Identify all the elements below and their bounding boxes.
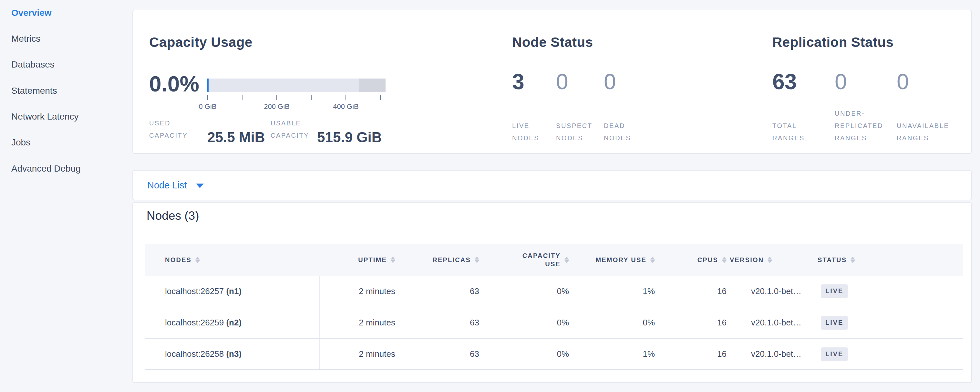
label-line: Usable [270, 117, 309, 129]
capacity-use-cell: 0% [482, 307, 572, 338]
capacity-bar-other-used-segment [359, 78, 385, 92]
under-replicated-ranges-label: Under- Replicated Ranges [835, 107, 883, 144]
node-list-dropdown[interactable]: Node List [147, 171, 204, 200]
label-line: Used [149, 117, 188, 129]
node-address-cell[interactable]: localhost:26258 (n3) [145, 338, 320, 370]
label-line: Dead [604, 120, 631, 132]
used-capacity-label: Used Capacity [149, 117, 188, 142]
table-row-node-1[interactable]: localhost:26257 (n1) 2 minutes 63 0% 1% … [145, 276, 963, 307]
sort-icon[interactable] [475, 256, 479, 264]
dead-nodes-count: 0 [604, 70, 616, 93]
column-header-label: Nodes [165, 256, 191, 264]
uptime-cell: 2 minutes [320, 338, 398, 370]
sidebar: Overview Metrics Databases Statements Ne… [0, 0, 132, 392]
live-nodes-label: Live Nodes [512, 120, 539, 144]
sidebar-item-statements[interactable]: Statements [11, 84, 57, 97]
column-header-nodes[interactable]: Nodes [145, 244, 320, 276]
capacity-used-percent: 0.0% [149, 71, 199, 96]
replicas-cell: 63 [398, 276, 482, 307]
cluster-overview-page: Overview Metrics Databases Statements Ne… [0, 0, 980, 392]
label-line: Nodes [604, 132, 631, 144]
sort-icon[interactable] [722, 256, 727, 264]
column-header-memory-use[interactable]: Memory Use [572, 244, 658, 276]
column-header-cpus[interactable]: CPUs [658, 244, 730, 276]
axis-tick [311, 95, 312, 100]
column-header-capacity-use[interactable]: Capacity Use [482, 244, 572, 276]
column-header-status[interactable]: Status [818, 244, 963, 276]
used-capacity-value: 25.5 MiB [207, 129, 265, 145]
sort-icon[interactable] [851, 256, 855, 264]
status-cell: LIVE [818, 338, 963, 370]
label-line: Capacity [149, 129, 188, 142]
column-header-label: Status [818, 256, 846, 264]
column-header-replicas[interactable]: Replicas [398, 244, 482, 276]
sort-icon[interactable] [650, 256, 655, 264]
sort-icon[interactable] [565, 256, 569, 264]
axis-tick-label: 200 GiB [264, 102, 290, 111]
table-row-node-3[interactable]: localhost:26258 (n3) 2 minutes 63 0% 1% … [145, 338, 963, 370]
node-address-cell[interactable]: localhost:26259 (n2) [145, 307, 320, 338]
column-header-version[interactable]: Version [730, 244, 818, 276]
label-line: Live [512, 120, 539, 132]
dead-nodes-label: Dead Nodes [604, 120, 631, 144]
table-row-node-2[interactable]: localhost:26259 (n2) 2 minutes 63 0% 0% … [145, 307, 963, 338]
view-selector-card: Node List [132, 170, 972, 200]
label-line: Nodes [512, 132, 539, 144]
cpus-cell: 16 [658, 338, 730, 370]
sidebar-item-databases[interactable]: Databases [11, 58, 54, 71]
usable-capacity-label: Usable Capacity [270, 117, 309, 142]
uptime-cell: 2 minutes [320, 276, 398, 307]
column-header-label: CPUs [697, 256, 718, 264]
label-line: Ranges [772, 132, 805, 144]
node-address-cell[interactable]: localhost:26257 (n1) [145, 276, 320, 307]
capacity-bar-chart: 0 GiB 200 GiB 400 GiB [207, 78, 385, 117]
memory-use-cell: 1% [572, 276, 658, 307]
column-header-uptime[interactable]: Uptime [320, 244, 398, 276]
version-cell: v20.1.0-bet… [730, 338, 818, 370]
axis-tick [277, 95, 277, 100]
under-replicated-ranges-count: 0 [835, 70, 847, 93]
axis-tick [242, 95, 242, 100]
node-id: (n1) [226, 286, 242, 296]
memory-use-cell: 0% [572, 307, 658, 338]
replication-status-title: Replication Status [772, 35, 894, 50]
label-line: Nodes [556, 132, 592, 144]
node-list-dropdown-label: Node List [147, 180, 187, 191]
sidebar-item-jobs[interactable]: Jobs [11, 136, 30, 149]
sidebar-item-network-latency[interactable]: Network Latency [11, 110, 79, 123]
suspect-nodes-label: Suspect Nodes [556, 120, 592, 144]
version-cell: v20.1.0-bet… [730, 276, 818, 307]
sort-icon[interactable] [768, 256, 772, 264]
sidebar-item-overview[interactable]: Overview [11, 6, 52, 19]
capacity-bar-used-marker [207, 78, 208, 92]
axis-tick-label: 0 GiB [199, 102, 216, 111]
label-line: Capacity [270, 129, 309, 142]
capacity-usage-title: Capacity Usage [149, 35, 253, 50]
status-badge: LIVE [821, 347, 848, 361]
nodes-section-title: Nodes (3) [146, 209, 199, 223]
nodes-table-card: Nodes (3) Nodes Uptime Replicas [132, 202, 972, 383]
status-cell: LIVE [818, 307, 963, 338]
sort-icon[interactable] [196, 256, 200, 264]
label-line: Total [772, 120, 805, 132]
axis-tick [345, 95, 346, 100]
node-id: (n3) [226, 349, 242, 359]
axis-tick-label: 400 GiB [333, 102, 359, 111]
capacity-usage-section: Capacity Usage 0.0% 0 GiB 200 GiB 400 Gi… [149, 35, 504, 153]
sidebar-item-metrics[interactable]: Metrics [11, 32, 40, 45]
table-header-row: Nodes Uptime Replicas Capacity Use Memor… [145, 244, 963, 276]
column-header-label: Version [730, 256, 764, 264]
node-status-title: Node Status [512, 35, 593, 50]
uptime-cell: 2 minutes [320, 307, 398, 338]
replication-status-section: Replication Status 63 0 0 Total Ranges U… [769, 35, 969, 153]
sort-icon[interactable] [391, 256, 395, 264]
replicas-cell: 63 [398, 338, 482, 370]
axis-tick [380, 95, 381, 100]
total-ranges-count: 63 [772, 70, 797, 93]
sidebar-item-advanced-debug[interactable]: Advanced Debug [11, 162, 81, 175]
axis-tick [207, 95, 208, 100]
usable-capacity-value: 515.9 GiB [317, 129, 382, 145]
unavailable-ranges-count: 0 [897, 70, 909, 93]
unavailable-ranges-label: Unavailable Ranges [897, 120, 949, 144]
column-header-label: Capacity Use [512, 252, 560, 268]
